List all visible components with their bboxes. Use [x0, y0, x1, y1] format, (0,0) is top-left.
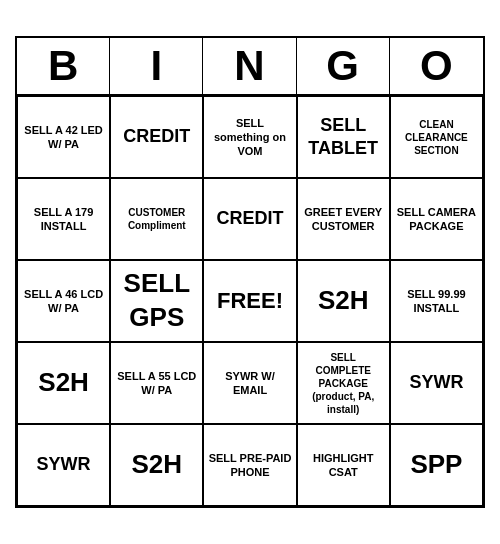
header-letter: B [17, 38, 110, 94]
header-letter: I [110, 38, 203, 94]
bingo-cell: S2H [297, 260, 390, 342]
bingo-cell: SPP [390, 424, 483, 506]
header-letter: G [297, 38, 390, 94]
bingo-cell: SYWR [17, 424, 110, 506]
bingo-cell: SYWR [390, 342, 483, 424]
bingo-header: BINGO [17, 38, 483, 96]
bingo-cell: CREDIT [110, 96, 203, 178]
bingo-cell: CLEAN CLEARANCE SECTION [390, 96, 483, 178]
bingo-card: BINGO SELL A 42 LED W/ PACREDITSELL some… [15, 36, 485, 508]
bingo-cell: HIGHLIGHT CSAT [297, 424, 390, 506]
bingo-cell: SELL TABLET [297, 96, 390, 178]
bingo-cell: CUSTOMER Compliment [110, 178, 203, 260]
bingo-cell: SELL PRE-PAID PHONE [203, 424, 296, 506]
header-letter: O [390, 38, 483, 94]
bingo-cell: S2H [17, 342, 110, 424]
bingo-cell: S2H [110, 424, 203, 506]
bingo-cell: GREET EVERY CUSTOMER [297, 178, 390, 260]
bingo-grid: SELL A 42 LED W/ PACREDITSELL something … [17, 96, 483, 506]
bingo-cell: SELL CAMERA PACKAGE [390, 178, 483, 260]
bingo-cell: SELL something on VOM [203, 96, 296, 178]
bingo-cell: SELL GPS [110, 260, 203, 342]
bingo-cell: SELL 99.99 INSTALL [390, 260, 483, 342]
header-letter: N [203, 38, 296, 94]
bingo-cell: SELL A 46 LCD W/ PA [17, 260, 110, 342]
bingo-cell: SYWR W/ EMAIL [203, 342, 296, 424]
bingo-cell: FREE! [203, 260, 296, 342]
bingo-cell: CREDIT [203, 178, 296, 260]
bingo-cell: SELL A 179 INSTALL [17, 178, 110, 260]
bingo-cell: SELL COMPLETE PACKAGE (product, PA, inst… [297, 342, 390, 424]
bingo-cell: SELL A 55 LCD W/ PA [110, 342, 203, 424]
bingo-cell: SELL A 42 LED W/ PA [17, 96, 110, 178]
